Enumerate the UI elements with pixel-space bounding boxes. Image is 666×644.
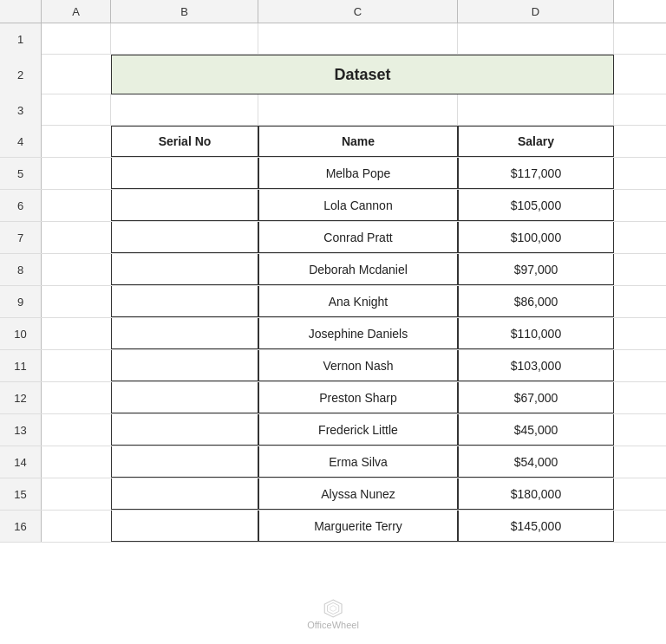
cell-16a[interactable] bbox=[42, 511, 111, 542]
cell-9d[interactable]: $86,000 bbox=[458, 286, 614, 317]
table-row: 3 bbox=[0, 94, 666, 126]
row-number: 6 bbox=[0, 190, 42, 221]
cell-11b[interactable] bbox=[111, 350, 258, 381]
row-number: 8 bbox=[0, 254, 42, 285]
cell-13c[interactable]: Frederick Little bbox=[258, 414, 458, 446]
cell-7b[interactable] bbox=[111, 222, 258, 253]
spreadsheet: A B C D 1 2 Dataset 3 4 Serial No Name S… bbox=[0, 0, 666, 644]
cell-9a[interactable] bbox=[42, 286, 111, 317]
cell-14a[interactable] bbox=[42, 446, 111, 478]
cell-16c[interactable]: Marguerite Terry bbox=[258, 511, 458, 542]
cell-4a[interactable] bbox=[42, 126, 111, 157]
cell-6b[interactable] bbox=[111, 190, 258, 221]
row-number: 10 bbox=[0, 318, 42, 349]
row-number: 3 bbox=[0, 94, 42, 126]
table-row: 13 Frederick Little $45,000 bbox=[0, 414, 666, 446]
row-number: 12 bbox=[0, 382, 42, 413]
cell-8a[interactable] bbox=[42, 254, 111, 285]
cell-7d[interactable]: $100,000 bbox=[458, 222, 614, 253]
col-header-c: C bbox=[258, 0, 458, 23]
cell-7c[interactable]: Conrad Pratt bbox=[258, 222, 458, 253]
cell-16d[interactable]: $145,000 bbox=[458, 511, 614, 542]
row-number: 1 bbox=[0, 23, 42, 55]
cell-12a[interactable] bbox=[42, 382, 111, 413]
col-header-b: B bbox=[111, 0, 258, 23]
row-number: 4 bbox=[0, 126, 42, 157]
cell-1c[interactable] bbox=[258, 23, 458, 55]
row-number: 11 bbox=[0, 350, 42, 381]
table-header-row: 4 Serial No Name Salary bbox=[0, 126, 666, 158]
header-serial-no[interactable]: Serial No bbox=[111, 126, 258, 157]
row-number: 16 bbox=[0, 511, 42, 542]
cell-15c[interactable]: Alyssa Nunez bbox=[258, 478, 458, 510]
cell-10b[interactable] bbox=[111, 318, 258, 349]
row-number: 2 bbox=[0, 55, 42, 94]
cell-6a[interactable] bbox=[42, 190, 111, 221]
cell-5a[interactable] bbox=[42, 158, 111, 189]
cell-15b[interactable] bbox=[111, 478, 258, 510]
table-row: 10 Josephine Daniels $110,000 bbox=[0, 318, 666, 350]
table-row: 1 bbox=[0, 23, 666, 55]
cell-1a[interactable] bbox=[42, 23, 111, 55]
cell-6c[interactable]: Lola Cannon bbox=[258, 190, 458, 221]
cell-14d[interactable]: $54,000 bbox=[458, 446, 614, 478]
table-row: 5 Melba Pope $117,000 bbox=[0, 158, 666, 190]
cell-8c[interactable]: Deborah Mcdaniel bbox=[258, 254, 458, 285]
row-number: 9 bbox=[0, 286, 42, 317]
cell-5b[interactable] bbox=[111, 158, 258, 189]
cell-13a[interactable] bbox=[42, 414, 111, 446]
table-row: 7 Conrad Pratt $100,000 bbox=[0, 222, 666, 254]
cell-11d[interactable]: $103,000 bbox=[458, 350, 614, 381]
row-number: 13 bbox=[0, 414, 42, 446]
cell-13d[interactable]: $45,000 bbox=[458, 414, 614, 446]
cell-11c[interactable]: Vernon Nash bbox=[258, 350, 458, 381]
table-row: 14 Erma Silva $54,000 bbox=[0, 446, 666, 478]
cell-12c-preston-sharp[interactable]: Preston Sharp bbox=[258, 382, 458, 413]
cell-10d[interactable]: $110,000 bbox=[458, 318, 614, 349]
cell-3b[interactable] bbox=[111, 94, 258, 126]
table-row: 16 Marguerite Terry $145,000 bbox=[0, 511, 666, 543]
cell-3d[interactable] bbox=[458, 94, 614, 126]
cell-14c[interactable]: Erma Silva bbox=[258, 446, 458, 478]
cell-8d[interactable]: $97,000 bbox=[458, 254, 614, 285]
cell-13b[interactable] bbox=[111, 414, 258, 446]
header-name[interactable]: Name bbox=[258, 126, 458, 157]
cell-15a[interactable] bbox=[42, 478, 111, 510]
col-header-a: A bbox=[42, 0, 111, 23]
table-row: 2 Dataset bbox=[0, 55, 666, 94]
corner-header bbox=[0, 0, 42, 23]
table-row: 8 Deborah Mcdaniel $97,000 bbox=[0, 254, 666, 286]
cell-1d[interactable] bbox=[458, 23, 614, 55]
cell-2a[interactable] bbox=[42, 55, 111, 94]
col-header-d: D bbox=[458, 0, 614, 23]
row-number: 14 bbox=[0, 446, 42, 478]
table-row: 6 Lola Cannon $105,000 bbox=[0, 190, 666, 222]
cell-16b[interactable] bbox=[111, 511, 258, 542]
cell-10c[interactable]: Josephine Daniels bbox=[258, 318, 458, 349]
cell-12d[interactable]: $67,000 bbox=[458, 382, 614, 413]
col-headers-row: A B C D bbox=[0, 0, 666, 23]
cell-5c[interactable]: Melba Pope bbox=[258, 158, 458, 189]
cell-15d[interactable]: $180,000 bbox=[458, 478, 614, 510]
cell-5d[interactable]: $117,000 bbox=[458, 158, 614, 189]
row-number: 15 bbox=[0, 478, 42, 510]
cell-11a[interactable] bbox=[42, 350, 111, 381]
dataset-title: Dataset bbox=[334, 66, 390, 84]
cell-7a[interactable] bbox=[42, 222, 111, 253]
cell-3a[interactable] bbox=[42, 94, 111, 126]
cell-3c[interactable] bbox=[258, 94, 458, 126]
cell-6d[interactable]: $105,000 bbox=[458, 190, 614, 221]
table-row: 15 Alyssa Nunez $180,000 bbox=[0, 478, 666, 511]
cell-8b[interactable] bbox=[111, 254, 258, 285]
cell-12b[interactable] bbox=[111, 382, 258, 413]
table-row: 9 Ana Knight $86,000 bbox=[0, 286, 666, 318]
cell-9c[interactable]: Ana Knight bbox=[258, 286, 458, 317]
cell-14b[interactable] bbox=[111, 446, 258, 478]
dataset-title-cell[interactable]: Dataset bbox=[111, 55, 614, 94]
cell-9b[interactable] bbox=[111, 286, 258, 317]
table-row: 11 Vernon Nash $103,000 bbox=[0, 350, 666, 382]
row-number: 5 bbox=[0, 158, 42, 189]
cell-10a[interactable] bbox=[42, 318, 111, 349]
header-salary[interactable]: Salary bbox=[458, 126, 614, 157]
cell-1b[interactable] bbox=[111, 23, 258, 55]
